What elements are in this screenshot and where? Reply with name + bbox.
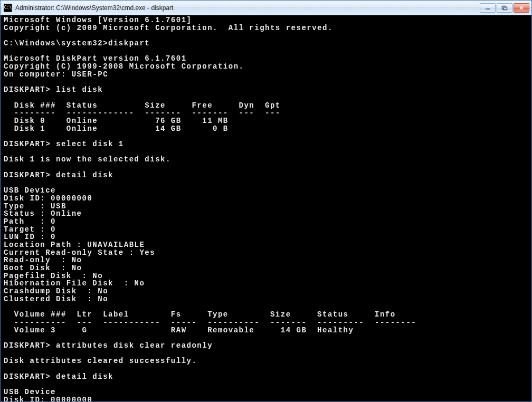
close-button[interactable] <box>514 3 529 13</box>
console-line: Clustered Disk : No <box>4 295 108 303</box>
window-title: Administrator: C:\Windows\System32\cmd.e… <box>15 4 480 12</box>
console-line: Boot Disk : No <box>4 264 82 272</box>
console-line: Disk ID: 00000000 <box>4 396 92 401</box>
console-line: -------- ------------- ------- ------- -… <box>4 109 281 117</box>
window-controls <box>480 3 529 13</box>
console-line: ---------- --- ----------- ----- -------… <box>4 318 416 327</box>
console-line: DISKPART> list disk <box>4 85 103 94</box>
console-line: Type : USB <box>4 202 66 210</box>
console-line: Status : Online <box>4 209 82 218</box>
console-line: DISKPART> detail disk <box>4 372 113 381</box>
console-output[interactable]: Microsoft Windows [Version 6.1.7601] Cop… <box>1 15 531 401</box>
minimize-button[interactable] <box>480 3 496 13</box>
svg-rect-2 <box>504 7 507 9</box>
cmd-icon: C:\ <box>4 4 12 12</box>
console-line: Microsoft DiskPart version 6.1.7601 <box>4 54 187 63</box>
console-line: Location Path : UNAVAILABLE <box>4 241 145 249</box>
console-line: On computer: USER-PC <box>4 70 108 79</box>
maximize-icon <box>501 5 508 11</box>
console-line: Disk attributes cleared successfully. <box>4 357 197 365</box>
console-line: Hibernation File Disk : No <box>4 279 145 288</box>
console-line: Disk ID: 00000000 <box>4 194 92 203</box>
close-icon <box>518 5 525 11</box>
console-line: DISKPART> attributes disk clear readonly <box>4 341 213 350</box>
console-line: Path : 0 <box>4 217 56 226</box>
console-line: Copyright (c) 2009 Microsoft Corporation… <box>4 24 333 32</box>
titlebar[interactable]: C:\ Administrator: C:\Windows\System32\c… <box>1 1 531 15</box>
maximize-button[interactable] <box>497 3 512 13</box>
console-line: C:\Windows\system32>diskpart <box>4 39 150 47</box>
console-line: DISKPART> select disk 1 <box>4 140 124 148</box>
console-line: Read-only : No <box>4 256 82 264</box>
console-line: Disk 0 Online 76 GB 11 MB <box>4 117 229 125</box>
console-line: Disk 1 is now the selected disk. <box>4 155 171 164</box>
console-line: LUN ID : 0 <box>4 233 56 241</box>
console-line: Disk 1 Online 14 GB 0 B <box>4 125 229 133</box>
console-line: Volume ### Ltr Label Fs Type Size Status… <box>4 310 396 319</box>
console-line: Current Read-only State : Yes <box>4 248 155 257</box>
console-line: USB Device <box>4 388 56 396</box>
console-line: Crashdump Disk : No <box>4 287 108 295</box>
console-line: Target : 0 <box>4 225 56 234</box>
console-line: Microsoft Windows [Version 6.1.7601] <box>4 16 192 24</box>
console-line: USB Device <box>4 186 56 195</box>
console-line: DISKPART> detail disk <box>4 171 113 179</box>
console-line: Copyright (C) 1999-2008 Microsoft Corpor… <box>4 62 244 71</box>
console-line: Disk ### Status Size Free Dyn Gpt <box>4 101 281 110</box>
minimize-icon <box>484 5 491 11</box>
cmd-window: C:\ Administrator: C:\Windows\System32\c… <box>0 0 532 402</box>
console-line: Volume 3 G RAW Removable 14 GB Healthy <box>4 326 354 334</box>
console-line: Pagefile Disk : No <box>4 272 103 280</box>
